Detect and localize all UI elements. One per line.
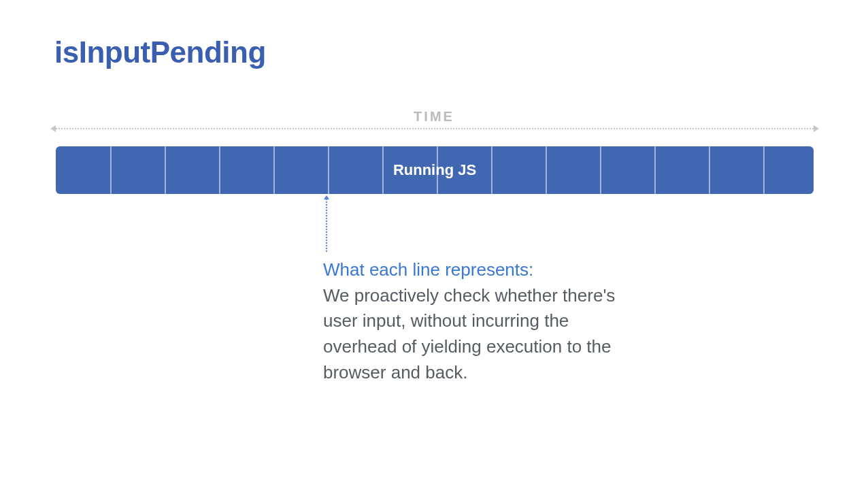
segment-divider — [382, 146, 384, 194]
segment-divider — [165, 146, 166, 194]
time-axis-label: TIME — [0, 109, 868, 125]
time-axis — [56, 128, 814, 129]
caption-body: We proactively check whether there's use… — [323, 285, 615, 383]
slide-title: isInputPending — [54, 35, 814, 69]
segment-divider — [546, 146, 547, 194]
segment-divider — [654, 146, 656, 194]
segment-divider — [273, 146, 275, 194]
caption: What each line represents: We proactivel… — [323, 257, 616, 385]
segment-divider — [491, 146, 493, 194]
segment-divider — [219, 146, 220, 194]
callout-pointer — [326, 196, 327, 252]
segment-divider — [437, 146, 438, 194]
segment-divider — [110, 146, 112, 194]
running-js-bar: Running JS — [56, 146, 814, 194]
caption-lead: What each line represents: — [323, 259, 533, 280]
segment-divider — [763, 146, 765, 194]
segment-divider — [328, 146, 329, 194]
segment-divider — [600, 146, 601, 194]
slide: isInputPending TIME Running JS What each… — [0, 0, 868, 488]
bar-label: Running JS — [393, 161, 476, 179]
segment-divider — [709, 146, 710, 194]
